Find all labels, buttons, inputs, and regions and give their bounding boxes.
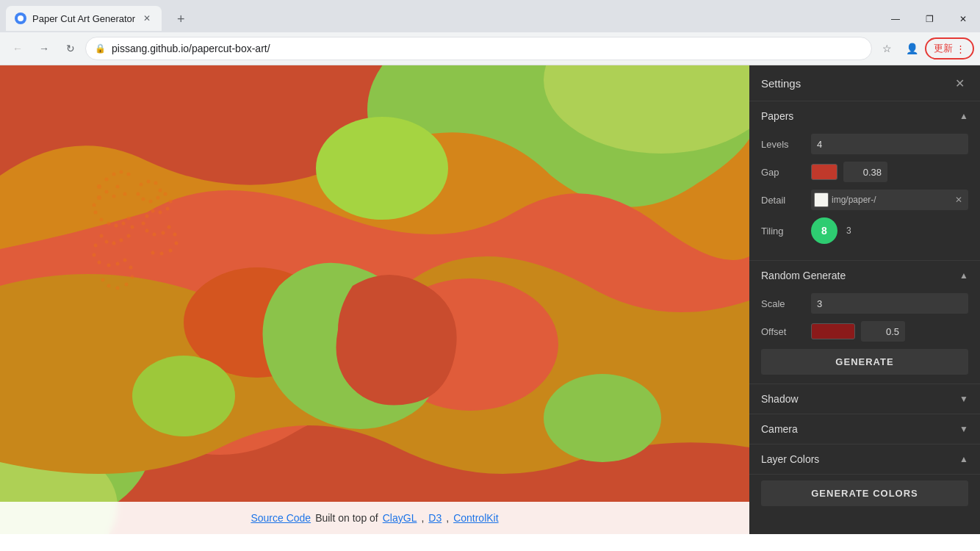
close-button[interactable]: ✕	[946, 7, 980, 31]
svg-point-36	[98, 261, 101, 264]
levels-label: Levels	[761, 139, 805, 150]
svg-point-64	[167, 226, 171, 229]
back-button[interactable]: ←	[6, 37, 29, 60]
tiling-dial[interactable]: 8	[811, 217, 837, 244]
detail-label: Detail	[761, 195, 805, 206]
footer-bar: Source Code Built on top of ClayGL, D3, …	[0, 502, 749, 534]
svg-point-34	[94, 244, 98, 248]
svg-point-11	[97, 184, 101, 189]
camera-section-title: Camera	[761, 423, 798, 435]
svg-point-51	[149, 200, 153, 204]
layer-colors-section-title: Layer Colors	[761, 453, 819, 465]
tiling-value: 8	[821, 225, 827, 237]
svg-point-50	[156, 196, 160, 200]
svg-point-67	[169, 249, 173, 253]
tiling-label: Tiling	[761, 226, 805, 237]
address-bar[interactable]: 🔒 pissang.github.io/papercut-box-art/	[85, 37, 872, 60]
toolbar-actions: ☆ 👤 更新 ⋮	[875, 37, 974, 60]
svg-point-29	[127, 234, 131, 238]
random-generate-section-content: Scale Offset GENERATE	[749, 290, 980, 383]
svg-point-49	[159, 189, 162, 192]
detail-clear-button[interactable]: ✕	[952, 195, 965, 205]
tab-title: Paper Cut Art Generator	[32, 13, 135, 24]
update-button[interactable]: 更新 ⋮	[925, 37, 974, 60]
svg-point-31	[112, 242, 116, 245]
random-generate-collapse-icon: ▲	[959, 270, 968, 281]
svg-point-24	[107, 222, 111, 226]
shadow-collapse-icon: ▼	[959, 394, 968, 404]
built-text: Built on top of	[315, 512, 378, 524]
toolbar: ← → ↻ 🔒 pissang.github.io/papercut-box-a…	[0, 32, 980, 65]
layer-colors-collapse-icon: ▲	[959, 454, 968, 464]
svg-point-17	[123, 192, 127, 196]
generate-colors-button[interactable]: GENERATE COLORS	[761, 480, 968, 506]
svg-point-13	[112, 173, 116, 176]
controlkit-link[interactable]: ControlKit	[453, 512, 498, 524]
svg-point-33	[100, 234, 104, 238]
detail-color-swatch[interactable]	[814, 192, 829, 207]
minimize-button[interactable]: —	[879, 7, 912, 31]
svg-point-27	[127, 217, 131, 220]
svg-point-43	[116, 287, 120, 290]
svg-point-42	[125, 283, 129, 287]
offset-row: Offset	[761, 321, 968, 342]
svg-point-40	[129, 266, 133, 270]
svg-point-53	[137, 192, 140, 196]
layer-colors-section-header[interactable]: Layer Colors ▲	[749, 444, 980, 474]
papers-collapse-icon: ▲	[959, 111, 968, 121]
svg-point-9	[132, 356, 235, 436]
levels-input[interactable]	[811, 134, 968, 154]
lock-icon: 🔒	[95, 43, 106, 54]
refresh-button[interactable]: ↻	[59, 37, 82, 60]
svg-point-23	[100, 218, 104, 222]
profile-button[interactable]: 👤	[900, 37, 923, 60]
offset-color-swatch[interactable]	[811, 323, 855, 339]
gap-value-input[interactable]	[843, 162, 887, 182]
canvas-area: IZARMED Source Code Built on top of Clay…	[0, 65, 749, 534]
offset-value-input[interactable]	[861, 321, 905, 342]
camera-collapse-icon: ▼	[959, 424, 968, 434]
svg-point-45	[101, 278, 105, 282]
shadow-section: Shadow ▼	[749, 384, 980, 414]
claygl-link[interactable]: ClayGL	[383, 512, 417, 524]
svg-point-0	[18, 15, 24, 21]
shadow-section-header[interactable]: Shadow ▼	[749, 384, 980, 414]
svg-point-26	[122, 222, 126, 226]
svg-point-37	[107, 264, 111, 267]
detail-input-container[interactable]: img/paper-/ ✕	[811, 190, 968, 210]
d3-link[interactable]: D3	[428, 512, 442, 524]
camera-section-header[interactable]: Camera ▼	[749, 414, 980, 444]
svg-point-69	[151, 251, 155, 255]
papers-section-header[interactable]: Papers ▲	[749, 101, 980, 131]
browser-chrome: Paper Cut Art Generator ✕ + — ❐ ✕ ← → ↻ …	[0, 0, 980, 65]
svg-point-46	[140, 183, 143, 187]
svg-point-59	[145, 215, 149, 218]
svg-point-56	[166, 207, 170, 211]
forward-button[interactable]: →	[32, 37, 56, 60]
generate-button[interactable]: GENERATE	[761, 349, 968, 375]
scale-input[interactable]	[811, 293, 968, 314]
svg-point-41	[131, 276, 134, 279]
svg-point-52	[142, 198, 145, 201]
settings-close-button[interactable]: ✕	[951, 74, 968, 92]
source-code-link[interactable]: Source Code	[251, 512, 311, 524]
random-generate-section-header[interactable]: Random Generate ▲	[749, 261, 980, 290]
svg-point-55	[169, 200, 173, 204]
svg-point-25	[115, 224, 118, 228]
layer-colors-section: Layer Colors ▲	[749, 444, 980, 475]
svg-point-20	[97, 195, 101, 200]
gap-label: Gap	[761, 167, 805, 178]
svg-point-57	[159, 211, 162, 215]
gap-color-swatch[interactable]	[811, 164, 837, 180]
settings-header: Settings ✕	[749, 65, 980, 101]
svg-point-16	[116, 185, 120, 189]
svg-point-65	[173, 233, 177, 237]
maximize-button[interactable]: ❐	[912, 7, 946, 31]
new-tab-button[interactable]: +	[170, 9, 191, 29]
tab-close-button[interactable]: ✕	[141, 12, 153, 24]
scale-row: Scale	[761, 293, 968, 314]
offset-label: Offset	[761, 326, 805, 337]
svg-point-18	[112, 195, 116, 198]
browser-tab[interactable]: Paper Cut Art Generator ✕	[6, 6, 162, 31]
bookmark-button[interactable]: ☆	[875, 37, 898, 60]
